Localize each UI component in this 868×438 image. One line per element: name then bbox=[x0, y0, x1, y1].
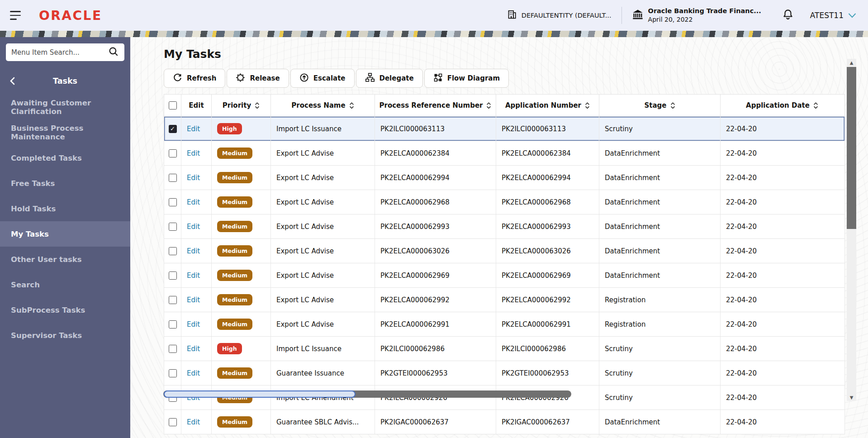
table-cell: Medium bbox=[212, 312, 271, 336]
table-cell: PK2ILCI000063113 bbox=[496, 117, 599, 141]
row-checkbox[interactable] bbox=[169, 247, 177, 255]
edit-link[interactable]: Edit bbox=[187, 247, 200, 255]
scroll-up-arrow-icon[interactable]: ▲ bbox=[850, 59, 854, 66]
scroll-down-arrow-icon[interactable]: ▼ bbox=[850, 394, 854, 401]
edit-link[interactable]: Edit bbox=[187, 296, 200, 304]
row-checkbox[interactable] bbox=[169, 345, 177, 353]
row-checkbox[interactable] bbox=[169, 296, 177, 304]
edit-link[interactable]: Edit bbox=[187, 369, 200, 377]
column-header-process_ref[interactable]: Process Reference Number bbox=[375, 95, 496, 116]
edit-link[interactable]: Edit bbox=[187, 418, 200, 426]
sidebar-item-business-process-maintenance[interactable]: Business Process Maintenance bbox=[0, 120, 130, 145]
column-header-stage[interactable]: Stage bbox=[599, 95, 721, 116]
select-all-checkbox[interactable] bbox=[169, 101, 177, 110]
delegate-button[interactable]: Delegate bbox=[356, 69, 423, 88]
edit-link[interactable]: Edit bbox=[187, 223, 200, 231]
vertical-scrollbar[interactable]: ▲ ▼ bbox=[847, 59, 856, 401]
sidebar-item-completed-tasks[interactable]: Completed Tasks bbox=[0, 145, 130, 171]
vertical-scrollbar-thumb[interactable] bbox=[847, 67, 856, 229]
hamburger-menu-icon[interactable] bbox=[10, 11, 22, 20]
flow-diagram-button[interactable]: Flow Diagram bbox=[424, 69, 509, 88]
sort-icon[interactable] bbox=[349, 102, 354, 110]
table-row[interactable]: EditMediumExport LC AdvisePK2ELCA0000623… bbox=[164, 141, 845, 166]
sidebar-item-hold-tasks[interactable]: Hold Tasks bbox=[0, 196, 130, 221]
table-row[interactable]: EditMediumExport LC AdvisePK2ELCA0000629… bbox=[164, 263, 845, 288]
table-cell: Scrutiny bbox=[599, 117, 721, 141]
row-checkbox[interactable] bbox=[169, 149, 177, 157]
stage: DataEnrichment bbox=[605, 149, 660, 157]
table-row[interactable]: EditMediumExport LC AdvisePK2ELCA0000629… bbox=[164, 190, 845, 214]
notifications-button[interactable] bbox=[782, 9, 794, 22]
row-checkbox[interactable] bbox=[169, 271, 177, 280]
main-content: My Tasks Refresh Release Escalate Delega… bbox=[130, 37, 868, 438]
table-row[interactable]: EditMediumExport LC AdvisePK2ELCA0000629… bbox=[164, 214, 845, 239]
table-row[interactable]: EditMediumExport LC AdvisePK2ELCA0000629… bbox=[164, 288, 845, 312]
sidebar-item-subprocess-tasks[interactable]: SubProcess Tasks bbox=[0, 297, 130, 323]
edit-link[interactable]: Edit bbox=[187, 149, 200, 157]
column-header-priority[interactable]: Priority bbox=[212, 95, 271, 116]
edit-link[interactable]: Edit bbox=[187, 271, 200, 280]
sidebar-item-my-tasks[interactable]: My Tasks bbox=[0, 221, 130, 247]
edit-link[interactable]: Edit bbox=[187, 198, 200, 206]
branch-selector[interactable]: Oracle Banking Trade Financ... April 20,… bbox=[632, 7, 761, 24]
horizontal-scrollbar[interactable] bbox=[163, 390, 571, 398]
table-cell: 22-04-20 bbox=[721, 263, 844, 287]
table-row[interactable]: EditMediumExport LC AdvisePK2ELCA0000629… bbox=[164, 166, 845, 190]
back-chevron-icon[interactable] bbox=[9, 77, 15, 85]
edit-link[interactable]: Edit bbox=[187, 320, 200, 328]
process-name: Export LC Advise bbox=[276, 149, 334, 157]
row-checkbox[interactable] bbox=[169, 369, 177, 377]
table-row[interactable]: EditMediumGuarantee SBLC Advis...PK2IGAC… bbox=[164, 410, 845, 434]
priority-badge: Medium bbox=[217, 196, 252, 208]
search-icon[interactable] bbox=[108, 46, 119, 59]
table-row[interactable]: EditMediumImport LC AmendmentPK2ILCA0000… bbox=[164, 386, 845, 410]
table-cell: Medium bbox=[212, 214, 271, 238]
sidebar-item-free-tasks[interactable]: Free Tasks bbox=[0, 171, 130, 196]
sidebar-item-search[interactable]: Search bbox=[0, 272, 130, 297]
row-checkbox[interactable] bbox=[169, 223, 177, 231]
entity-selector[interactable]: DEFAULTENTITY (DEFAULT... bbox=[507, 10, 612, 21]
edit-link[interactable]: Edit bbox=[187, 345, 200, 353]
sort-icon[interactable] bbox=[813, 102, 818, 110]
table-row[interactable]: EditMediumGuarantee IssuancePK2GTEI00006… bbox=[164, 361, 845, 386]
row-checkbox[interactable] bbox=[169, 198, 177, 206]
table-cell: PK2ELCA000062969 bbox=[496, 263, 599, 287]
table-cell: DataEnrichment bbox=[599, 214, 721, 238]
application-date: 22-04-20 bbox=[726, 345, 757, 353]
column-header-app_number[interactable]: Application Number bbox=[496, 95, 599, 116]
table-cell: Scrutiny bbox=[599, 386, 721, 409]
row-checkbox[interactable] bbox=[169, 418, 177, 426]
sort-icon[interactable] bbox=[585, 102, 590, 110]
refresh-button[interactable]: Refresh bbox=[164, 69, 225, 88]
column-header-app_date[interactable]: Application Date bbox=[721, 95, 844, 116]
table-cell: PK2ELCA000062968 bbox=[496, 190, 599, 214]
sort-icon[interactable] bbox=[486, 102, 491, 110]
priority-badge: Medium bbox=[217, 270, 252, 281]
sort-icon[interactable] bbox=[670, 102, 675, 110]
row-checkbox[interactable] bbox=[169, 174, 177, 182]
process-name: Import LC Issuance bbox=[276, 345, 342, 353]
row-checkbox[interactable] bbox=[169, 125, 177, 133]
sort-icon[interactable] bbox=[255, 102, 260, 110]
table-row[interactable]: EditHighImport LC IssuancePK2ILCI0000629… bbox=[164, 337, 845, 361]
table-row[interactable]: EditHighImport LC IssuancePK2ILCI0000631… bbox=[164, 117, 845, 141]
table-row[interactable]: EditMediumExport LC AdvisePK2ELCA0000629… bbox=[164, 312, 845, 337]
release-button[interactable]: Release bbox=[227, 69, 289, 88]
menu-search-box[interactable] bbox=[6, 43, 124, 61]
table-cell: 22-04-20 bbox=[721, 288, 844, 312]
table-cell bbox=[164, 166, 181, 190]
user-menu[interactable]: ATEST11 bbox=[810, 11, 856, 20]
horizontal-scrollbar-thumb[interactable] bbox=[164, 390, 356, 398]
sidebar-item-other-user-tasks[interactable]: Other User tasks bbox=[0, 247, 130, 272]
sidebar-item-supervisor-tasks[interactable]: Supervisor Tasks bbox=[0, 323, 130, 348]
edit-link[interactable]: Edit bbox=[187, 174, 200, 182]
table-row[interactable]: EditMediumExport LC AdvisePK2ELCA0000630… bbox=[164, 239, 845, 263]
chevron-down-icon bbox=[848, 11, 856, 20]
column-header-process_name[interactable]: Process Name bbox=[271, 95, 375, 116]
row-checkbox[interactable] bbox=[169, 320, 177, 328]
menu-search-input[interactable] bbox=[11, 48, 108, 57]
sidebar-item-awaiting-customer-clarification[interactable]: Awaiting Customer Clarification bbox=[0, 95, 130, 120]
edit-link[interactable]: Edit bbox=[187, 125, 200, 133]
escalate-button[interactable]: Escalate bbox=[290, 69, 355, 88]
table-cell: Export LC Advise bbox=[271, 312, 375, 336]
